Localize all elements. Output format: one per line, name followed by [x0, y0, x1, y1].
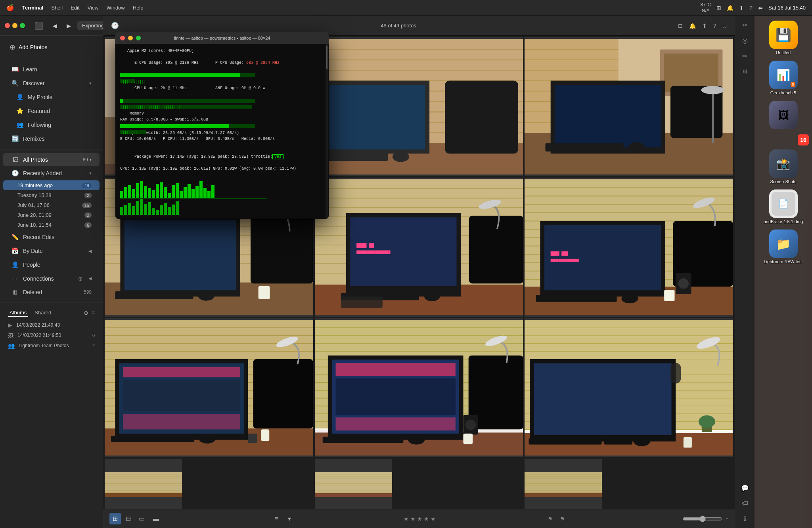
flag-btn-1[interactable]: ⚑: [545, 514, 555, 524]
terminal-fullscreen-btn[interactable]: [136, 36, 141, 40]
sidebar-item-remixes[interactable]: 🔄 Remixes: [3, 132, 100, 145]
menubar-help[interactable]: Help: [133, 5, 144, 11]
bell-btn[interactable]: 🔔: [688, 21, 697, 31]
shared-tab[interactable]: Shared: [33, 309, 53, 317]
close-button[interactable]: [5, 23, 10, 28]
menubar-icon-4[interactable]: ?: [749, 5, 753, 11]
albums-tab[interactable]: Albums: [8, 309, 28, 317]
terminal-window[interactable]: tinhte — asitop — powermetrics • asitop …: [115, 32, 329, 219]
sidebar-item-deleted[interactable]: 🗑 Deleted 599: [3, 285, 100, 298]
share-btn[interactable]: ⬆: [701, 21, 709, 31]
photo-cell-6[interactable]: [105, 318, 313, 457]
desktop-icon-untitled[interactable]: 💾 Untitled: [760, 19, 807, 57]
sort-btn[interactable]: ≡: [272, 513, 282, 524]
filter-tools-btn[interactable]: ⚙: [740, 65, 750, 78]
enhance-btn[interactable]: ◎: [740, 34, 750, 47]
back-btn[interactable]: ◀: [50, 21, 60, 31]
zoom-slider[interactable]: [683, 516, 722, 522]
split-view-btn[interactable]: ▭: [136, 513, 148, 524]
photo-cell-10[interactable]: [315, 459, 392, 509]
sidebar-item-all-photos[interactable]: 🖼 All Photos 89 ▾: [3, 153, 100, 166]
sidebar-item-discover[interactable]: 🔍 Discover ▾: [3, 77, 100, 90]
sidebar-item-following[interactable]: 👥 Following: [3, 118, 100, 132]
star-5[interactable]: ★: [431, 516, 436, 522]
desktop-icon-lr-folder[interactable]: 📁 Lightroom RAW test: [760, 228, 807, 266]
flag-btn-2[interactable]: ⚑: [557, 514, 567, 524]
help-btn[interactable]: ?: [712, 21, 718, 31]
tag-btn[interactable]: 🏷: [739, 497, 751, 509]
menubar-icon-5[interactable]: ⬅: [758, 5, 763, 11]
menubar-window[interactable]: Window: [107, 5, 125, 11]
menubar-app-name[interactable]: Terminal: [22, 5, 43, 11]
photo-cell-1[interactable]: [315, 37, 523, 176]
menubar-icon-3[interactable]: ⬆: [739, 5, 744, 11]
recently-added-item-2[interactable]: July 01, 17:06 15: [3, 200, 100, 210]
rating-stars[interactable]: ★ ★ ★ ★ ★: [404, 516, 436, 522]
album-entry-2[interactable]: 👥 Lightroom Team Photos 2: [0, 341, 103, 351]
retouch-btn[interactable]: ✏: [740, 50, 750, 62]
star-1[interactable]: ★: [404, 516, 409, 522]
menubar-icon-1[interactable]: ⊞: [716, 5, 721, 11]
sidebar-item-myprofile[interactable]: 👤 My Profile: [3, 90, 100, 104]
list-view-btn[interactable]: ⊟: [123, 513, 134, 524]
compare-view-btn[interactable]: ▬: [149, 513, 162, 524]
terminal-body[interactable]: Apple M2 (cores: 4E+4P+8GPU) E-CPU Usage…: [115, 44, 329, 219]
recently-added-item-3[interactable]: June 20, 01:09 2: [3, 210, 100, 220]
terminal-scrollbar[interactable]: [326, 44, 328, 219]
album-entry-1[interactable]: 🖼 14/03/2022 21:49:50 0: [0, 330, 103, 341]
photo-cell-11[interactable]: [525, 459, 602, 509]
exporting-tab[interactable]: Exporting… ✕: [77, 21, 103, 30]
menubar-edit[interactable]: Edit: [71, 5, 79, 11]
history-button[interactable]: 🕐: [109, 20, 121, 31]
zoom-in-icon[interactable]: +: [726, 516, 728, 522]
desktop-icon-image[interactable]: 🖼: [760, 99, 807, 132]
forward-btn[interactable]: ▶: [63, 21, 74, 31]
grid-view-btn[interactable]: ⊞: [109, 513, 121, 524]
terminal-minimize-btn[interactable]: [128, 36, 133, 40]
sidebar-item-recent-edits[interactable]: ✏️ Recent Edits: [3, 230, 100, 244]
star-4[interactable]: ★: [424, 516, 429, 522]
terminal-close-btn[interactable]: [120, 36, 125, 40]
comment-btn[interactable]: 💬: [739, 482, 751, 494]
sort-album-btn[interactable]: ≡: [92, 310, 95, 316]
add-photos-button[interactable]: ⊕ Add Photos: [6, 40, 96, 54]
menubar-icon-2[interactable]: 🔔: [727, 5, 733, 11]
sidebar-item-connections[interactable]: ↔ Connections ⊕ ◀: [3, 272, 100, 285]
photo-cell-2[interactable]: [525, 37, 733, 176]
filter-btn[interactable]: ⊟: [676, 21, 684, 31]
photo-cell-8[interactable]: [525, 318, 733, 457]
sidebar-item-recently-added[interactable]: 🕐 Recently Added ▾: [3, 166, 100, 180]
photo-cell-9[interactable]: [105, 459, 182, 509]
recently-added-item-1[interactable]: Tuesday 15:28 2: [3, 190, 100, 200]
sort-dropdown-btn[interactable]: ▾: [285, 513, 294, 524]
add-album-btn[interactable]: ⊕: [84, 310, 88, 316]
search-btn[interactable]: ◀⃝: [721, 21, 728, 31]
minimize-button[interactable]: [12, 23, 17, 28]
menubar-view[interactable]: View: [88, 5, 99, 11]
photo-cell-4[interactable]: ████ ██ ██████████████████: [315, 178, 523, 316]
connections-add[interactable]: ⊕: [78, 275, 83, 282]
desktop-icon-geekbench[interactable]: 📊 5 Geekbench 5: [760, 59, 807, 97]
ra-label-3: June 20, 01:09: [17, 212, 52, 218]
sidebar-item-by-date[interactable]: 📅 By Date ◀: [3, 244, 100, 258]
sidebar-item-featured[interactable]: ⭐ Featured: [3, 104, 100, 118]
recently-added-item-0[interactable]: 19 minutes ago 49: [3, 180, 100, 190]
zoom-out-icon[interactable]: −: [677, 516, 680, 522]
photo-cell-5[interactable]: ████ ███ ██████████████████: [525, 178, 733, 316]
discover-icon: 🔍: [11, 80, 19, 87]
photo-cell-7[interactable]: [315, 318, 523, 457]
apple-menu[interactable]: 🍎: [6, 4, 14, 11]
album-entry-0[interactable]: ▶ 14/03/2022 21:49:43: [0, 320, 103, 330]
desktop-icon-handbrake[interactable]: 📄 andBrake-1.5.1.dmg: [760, 188, 807, 226]
desktop-icon-screenshots[interactable]: 📸 Screen Shots: [760, 148, 807, 186]
info-btn[interactable]: ℹ: [741, 513, 749, 525]
menubar-shell[interactable]: Shell: [51, 5, 63, 11]
sidebar-toggle-btn[interactable]: ⬛: [31, 20, 46, 32]
maximize-button[interactable]: [20, 23, 25, 28]
star-3[interactable]: ★: [417, 516, 422, 522]
star-2[interactable]: ★: [410, 516, 416, 522]
sidebar-item-people[interactable]: 👤 People: [3, 258, 100, 272]
crop-btn[interactable]: ✂: [740, 19, 750, 31]
recently-added-item-4[interactable]: June 10, 11:54 6: [3, 220, 100, 230]
sidebar-item-learn[interactable]: 📖 Learn: [3, 63, 100, 76]
